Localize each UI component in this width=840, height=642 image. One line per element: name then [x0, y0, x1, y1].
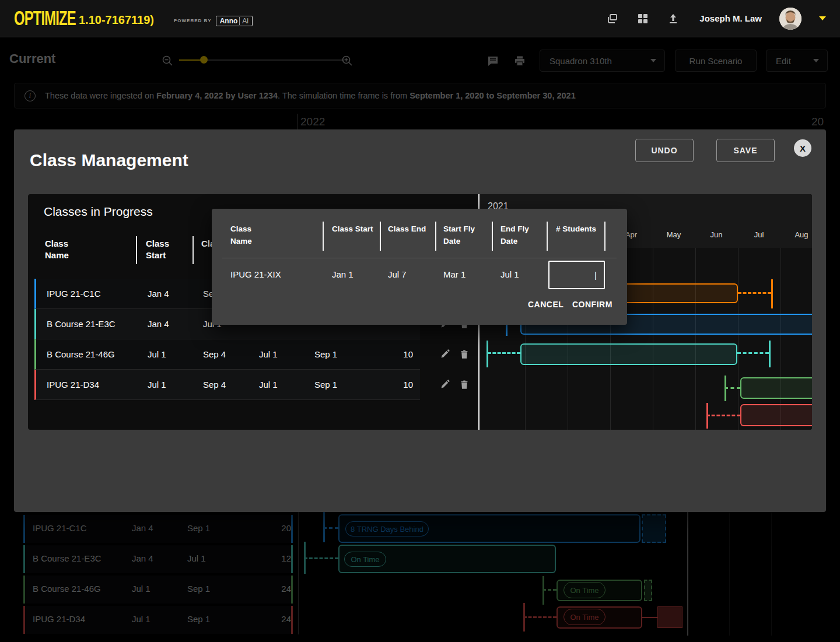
- gantt-gridline: [653, 248, 653, 430]
- close-modal-button[interactable]: X: [794, 139, 811, 157]
- edit-row-icon[interactable]: [440, 349, 450, 360]
- column-separator: [380, 222, 381, 251]
- column-separator: [192, 236, 194, 264]
- delete-row-icon[interactable]: [460, 380, 470, 390]
- gantt-gridline: [695, 248, 696, 430]
- powered-by: POWERED BY Anno Ai: [174, 16, 253, 26]
- cell-class-name: IPUG 21-D34: [47, 380, 99, 390]
- undo-button[interactable]: UNDO: [635, 139, 694, 162]
- gantt-cap: [771, 279, 773, 308]
- grid-view-icon[interactable]: [636, 12, 649, 25]
- confirm-button[interactable]: CONFIRM: [569, 297, 616, 311]
- cell-class-name: B Course 21-E3C: [47, 319, 116, 329]
- gantt-dash: [737, 352, 769, 354]
- user-menu-caret-icon[interactable]: [819, 16, 826, 20]
- save-button[interactable]: SAVE: [716, 139, 775, 162]
- gantt-gridline: [738, 248, 738, 430]
- col-header-class-start: Class Start: [146, 238, 191, 261]
- table-row: B Course 21-46GJul 1Sep 4Jul 1Sep 110: [34, 339, 420, 370]
- popup-divider: [222, 258, 617, 258]
- app-root: OPTIMIZE 1.10-7167119) POWERED BY Anno A…: [0, 0, 840, 642]
- gantt-bar: [520, 343, 737, 365]
- cell-class-start: Jan 4: [148, 319, 169, 329]
- app-version: 1.10-7167119): [79, 13, 154, 27]
- powered-by-label: POWERED BY: [174, 18, 212, 23]
- gantt-dash: [738, 292, 771, 294]
- modal-title: Class Management: [30, 150, 188, 170]
- cell-class-start: Jul 1: [148, 349, 166, 359]
- popup-col-students: # Students: [556, 223, 610, 235]
- cell-class-end: Sep 4: [203, 380, 226, 390]
- gantt-gridline: [780, 248, 781, 430]
- table-row: IPUG 21-D34Jul 1Sep 4Jul 1Sep 110: [34, 370, 420, 400]
- delete-row-icon[interactable]: [460, 349, 470, 360]
- text-cursor: |: [594, 270, 597, 280]
- brand-name: Anno: [220, 17, 238, 25]
- cell-class-end: Sep 4: [203, 349, 226, 359]
- cell-start-fly: Jul 1: [259, 380, 278, 390]
- popup-col-start-fly: Start Fly Date: [443, 223, 485, 247]
- column-separator: [492, 222, 493, 251]
- column-separator: [604, 222, 606, 251]
- edit-row-icon[interactable]: [440, 380, 450, 390]
- cell-start-fly: Jul 1: [259, 349, 278, 359]
- gantt-dash: [488, 352, 520, 354]
- app-logo: OPTIMIZE: [14, 6, 76, 30]
- cell-class-start: Jul 1: [148, 380, 166, 390]
- classes-panel-title: Classes in Progress: [44, 205, 153, 219]
- cancel-button[interactable]: CANCEL: [524, 297, 567, 311]
- layers-icon[interactable]: [606, 12, 619, 25]
- popup-class-start-value: Jan 1: [332, 269, 354, 279]
- popup-col-class-name: Class Name: [230, 223, 272, 247]
- cell-class-name: B Course 21-46G: [47, 349, 115, 359]
- popup-end-fly-value: Jul 1: [501, 269, 519, 279]
- cell-class-name: IPUG 21-C1C: [47, 289, 101, 299]
- popup-class-name-value: IPUG 21-XIX: [230, 269, 281, 279]
- col-header-class-name: Class Name: [45, 238, 90, 261]
- cell-class-start: Jan 4: [148, 289, 169, 299]
- gantt-month-label: Jun: [704, 230, 729, 239]
- cell-students: 10: [351, 380, 413, 390]
- upload-icon[interactable]: [667, 12, 680, 25]
- gantt-bar: [740, 377, 812, 399]
- popup-col-end-fly: End Fly Date: [501, 223, 542, 247]
- gantt-month-label: Aug: [789, 230, 812, 239]
- user-name: Joseph M. Law: [699, 13, 762, 23]
- column-separator: [547, 222, 548, 251]
- user-avatar[interactable]: [779, 8, 802, 30]
- popup-col-class-end: Class End: [388, 223, 430, 235]
- column-separator: [323, 222, 324, 251]
- brand-suffix: Ai: [239, 17, 249, 25]
- gantt-cap: [769, 341, 771, 367]
- gantt-dash: [706, 415, 740, 416]
- column-separator: [136, 236, 137, 264]
- gantt-dash: [724, 387, 740, 389]
- top-app-bar: OPTIMIZE 1.10-7167119) POWERED BY Anno A…: [0, 0, 840, 37]
- popup-start-fly-value: Mar 1: [443, 269, 466, 279]
- gantt-month-label: May: [661, 230, 687, 239]
- gantt-bar: [740, 404, 812, 426]
- gantt-month-label: Jul: [746, 230, 772, 239]
- column-separator: [435, 222, 436, 251]
- edit-class-popup: Class Name Class Start Class End Start F…: [212, 209, 627, 325]
- cell-end-fly: Sep 1: [314, 349, 337, 359]
- anno-ai-logo: Anno Ai: [216, 16, 253, 26]
- popup-col-class-start: Class Start: [332, 223, 374, 235]
- gantt-cap: [487, 341, 488, 367]
- cell-students: 10: [351, 349, 413, 359]
- students-input[interactable]: |: [548, 261, 605, 289]
- cell-end-fly: Sep 1: [314, 380, 337, 390]
- popup-class-end-value: Jul 7: [388, 269, 407, 279]
